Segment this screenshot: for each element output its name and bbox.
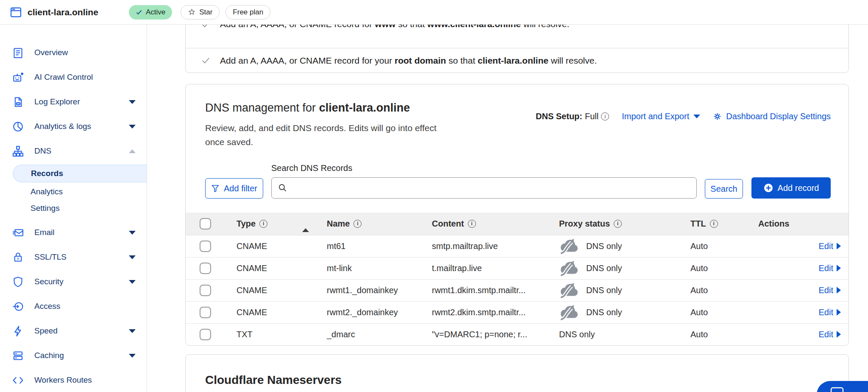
chat-icon bbox=[830, 387, 844, 392]
search-icon bbox=[278, 183, 287, 192]
column-header-ttl[interactable]: TTL bbox=[690, 219, 758, 229]
record-name: rwmt2._domainkey bbox=[327, 301, 432, 323]
server-stack-icon bbox=[12, 350, 24, 362]
info-icon[interactable] bbox=[468, 220, 476, 228]
add-filter-button[interactable]: Add filter bbox=[205, 178, 263, 199]
sort-asc-icon[interactable] bbox=[302, 219, 309, 232]
record-name: _dmarc bbox=[327, 323, 432, 345]
proxy-status: DNS only bbox=[559, 260, 690, 276]
checklist-item-root: Add an A, AAAA, or CNAME record for your… bbox=[186, 48, 849, 73]
sidebar-item-dns-records[interactable]: Records bbox=[13, 165, 147, 182]
import-export-button[interactable]: Import and Export bbox=[622, 112, 700, 121]
chevron-down-icon bbox=[693, 115, 700, 118]
proxy-status: DNS only bbox=[559, 305, 690, 320]
record-ttl: Auto bbox=[690, 301, 758, 323]
support-chat-button[interactable] bbox=[817, 381, 868, 392]
sidebar-item-caching[interactable]: Caching bbox=[0, 343, 147, 368]
sidebar-item-dns[interactable]: DNS bbox=[0, 139, 147, 163]
chevron-down-icon bbox=[129, 280, 136, 284]
search-button[interactable]: Search bbox=[705, 179, 743, 199]
sidebar-item-dns-analytics[interactable]: Analytics bbox=[0, 183, 147, 200]
dns-only-cloud-icon bbox=[559, 238, 580, 254]
edit-record-button[interactable]: Edit bbox=[819, 330, 841, 339]
clipboard-icon bbox=[12, 47, 24, 59]
dns-card-title: DNS management for client-lara.online bbox=[205, 101, 455, 115]
chevron-right-icon bbox=[837, 265, 841, 272]
edit-record-button[interactable]: Edit bbox=[819, 241, 841, 251]
dns-only-cloud-icon bbox=[559, 283, 580, 298]
row-checkbox[interactable] bbox=[200, 307, 211, 318]
check-icon bbox=[201, 25, 211, 29]
sidebar-item-ai-crawl-control[interactable]: AI Crawl Control bbox=[0, 65, 147, 90]
sidebar-item-access[interactable]: Access bbox=[0, 294, 147, 319]
chevron-right-icon bbox=[837, 243, 841, 249]
edit-record-button[interactable]: Edit bbox=[819, 286, 841, 295]
chevron-down-icon bbox=[129, 125, 136, 129]
sidebar-item-overview[interactable]: Overview bbox=[0, 40, 147, 65]
nameservers-title: Cloudflare Nameservers bbox=[205, 373, 829, 387]
sidebar-item-workers-routes[interactable]: Workers Routes bbox=[0, 368, 147, 392]
plus-circle-icon bbox=[763, 183, 773, 193]
dns-search-row: Add filter Search DNS Records Search bbox=[186, 163, 849, 199]
filter-funnel-icon bbox=[211, 184, 220, 193]
record-content: rwmt2.dkim.smtp.mailtr... bbox=[432, 301, 559, 323]
chevron-right-icon bbox=[837, 287, 841, 294]
info-icon[interactable] bbox=[601, 112, 609, 120]
row-checkbox[interactable] bbox=[200, 241, 211, 252]
checklist-item-www: Add an A, AAAA, or CNAME record for www … bbox=[186, 25, 849, 48]
edit-record-button[interactable]: Edit bbox=[819, 263, 841, 273]
record-name: mt61 bbox=[327, 235, 432, 257]
search-dns-records-input[interactable] bbox=[271, 177, 697, 199]
select-all-checkbox[interactable] bbox=[200, 218, 211, 230]
column-header-proxy-status[interactable]: Proxy status bbox=[559, 219, 690, 229]
sidebar-item-security[interactable]: Security bbox=[0, 269, 147, 294]
column-header-type[interactable]: Type bbox=[236, 219, 302, 229]
dns-checklist-card: Add an A, AAAA, or CNAME record for www … bbox=[185, 25, 849, 73]
robot-icon bbox=[12, 71, 24, 84]
check-icon bbox=[201, 56, 211, 65]
chevron-right-icon bbox=[837, 309, 841, 316]
page-title: client-lara.online bbox=[28, 7, 98, 17]
row-checkbox[interactable] bbox=[200, 285, 211, 296]
access-icon bbox=[12, 300, 24, 313]
sidebar-item-analytics-logs[interactable]: Analytics & logs bbox=[0, 114, 147, 139]
info-icon[interactable] bbox=[710, 220, 718, 228]
star-icon bbox=[188, 8, 196, 16]
star-button[interactable]: Star bbox=[181, 5, 220, 20]
record-content: "v=DMARC1; p=none; r... bbox=[432, 323, 559, 345]
record-content: t.mailtrap.live bbox=[432, 257, 559, 279]
record-type: CNAME bbox=[236, 257, 302, 279]
sidebar-item-email[interactable]: Email bbox=[0, 220, 147, 245]
dns-submenu: Records Analytics Settings bbox=[0, 165, 147, 216]
sidebar-item-speed[interactable]: Speed bbox=[0, 319, 147, 343]
record-name: mt-link bbox=[327, 257, 432, 279]
dns-card-subtitle: Review, add, and edit DNS records. Edits… bbox=[205, 121, 455, 149]
record-type: CNAME bbox=[236, 301, 302, 323]
row-checkbox[interactable] bbox=[200, 263, 211, 274]
record-content: smtp.mailtrap.live bbox=[432, 235, 559, 257]
record-ttl: Auto bbox=[690, 279, 758, 301]
table-row: CNAME rwmt1._domainkey rwmt1.dkim.smtp.m… bbox=[186, 279, 849, 301]
sidebar-item-ssl-tls[interactable]: SSL/TLS bbox=[0, 245, 147, 269]
sidebar-item-log-explorer[interactable]: Log Explorer bbox=[0, 90, 147, 114]
info-icon[interactable] bbox=[353, 220, 362, 228]
proxy-status: DNS only bbox=[559, 238, 690, 254]
record-name: rwmt1._domainkey bbox=[327, 279, 432, 301]
site-window-icon bbox=[10, 7, 22, 17]
sidebar: Overview AI Crawl Control Log Explorer A… bbox=[0, 25, 147, 392]
dns-management-card: DNS management for client-lara.online Re… bbox=[185, 84, 849, 346]
log-document-icon bbox=[12, 96, 24, 108]
record-ttl: Auto bbox=[690, 235, 758, 257]
add-record-button[interactable]: Add record bbox=[751, 177, 831, 199]
search-dns-records-label: Search DNS Records bbox=[271, 163, 697, 173]
dashboard-display-settings-button[interactable]: Dashboard Display Settings bbox=[713, 112, 831, 121]
info-icon[interactable] bbox=[259, 220, 267, 228]
column-header-content[interactable]: Content bbox=[432, 219, 559, 229]
sidebar-item-dns-settings[interactable]: Settings bbox=[0, 200, 147, 216]
record-type: TXT bbox=[236, 323, 302, 345]
edit-record-button[interactable]: Edit bbox=[819, 308, 841, 317]
row-checkbox[interactable] bbox=[200, 329, 211, 340]
dns-setup-status: DNS Setup: Full bbox=[536, 112, 609, 121]
info-icon[interactable] bbox=[614, 220, 622, 228]
column-header-name[interactable]: Name bbox=[327, 219, 432, 229]
